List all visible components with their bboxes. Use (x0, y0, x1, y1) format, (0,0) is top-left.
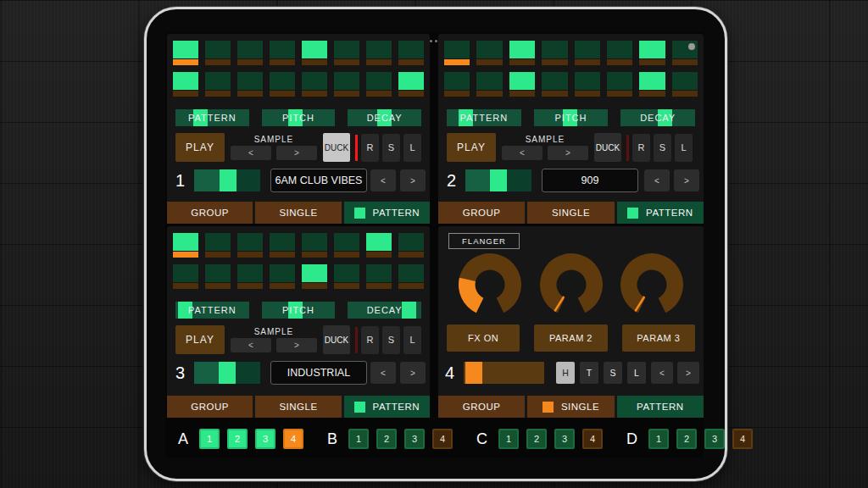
step-cell[interactable] (270, 72, 295, 97)
sample-prev-button[interactable]: < (231, 146, 271, 160)
next-button[interactable]: > (674, 169, 699, 191)
step-cell[interactable] (607, 41, 632, 65)
l-button[interactable]: L (627, 362, 646, 384)
pattern-slider-button[interactable]: PATTERN (175, 109, 249, 126)
step-cell[interactable] (270, 233, 295, 258)
s-button[interactable]: S (654, 134, 671, 162)
sample-name-display[interactable]: 6AM CLUB VIBES (270, 169, 367, 192)
sample-next-button[interactable]: > (276, 338, 317, 352)
fx-amount-knob[interactable] (457, 250, 523, 318)
step-cell[interactable] (366, 264, 392, 289)
step-cell[interactable] (302, 233, 327, 258)
pattern-button-b3[interactable]: 3 (404, 429, 425, 449)
group-mode-button[interactable]: GROUP (167, 202, 253, 224)
pattern-slider-button[interactable]: PATTERN (447, 109, 521, 126)
pitch-slider-button[interactable]: PITCH (262, 302, 336, 319)
play-button[interactable]: PLAY (175, 133, 225, 162)
step-cell[interactable] (542, 41, 567, 65)
single-mode-button[interactable]: SINGLE (527, 396, 614, 418)
step-cell[interactable] (398, 72, 424, 97)
pattern-button-a4[interactable]: 4 (283, 429, 303, 449)
step-cell[interactable] (639, 72, 665, 97)
t-button[interactable]: T (580, 362, 598, 384)
pattern-mode-button[interactable]: PATTERN (617, 202, 704, 224)
step-cell[interactable] (607, 72, 632, 97)
fx-name-display[interactable]: FLANGER (448, 233, 520, 249)
step-cell[interactable] (509, 72, 535, 97)
single-mode-button[interactable]: SINGLE (255, 396, 341, 418)
pattern-button-a2[interactable]: 2 (227, 429, 248, 449)
step-cell[interactable] (173, 72, 198, 97)
pattern-button-c4[interactable]: 4 (582, 429, 603, 449)
step-cell[interactable] (334, 233, 359, 258)
decay-slider-button[interactable]: DECAY (620, 109, 695, 126)
step-cell[interactable] (302, 264, 327, 289)
step-cell[interactable] (672, 41, 698, 65)
step-cell[interactable] (575, 72, 600, 97)
r-button[interactable]: R (361, 326, 379, 354)
r-button[interactable]: R (632, 134, 650, 162)
sample-prev-button[interactable]: < (231, 338, 271, 352)
step-cell[interactable] (334, 41, 359, 65)
next-button[interactable]: > (677, 362, 699, 384)
pattern-button-c3[interactable]: 3 (554, 429, 575, 449)
step-cell[interactable] (366, 233, 392, 258)
step-cell[interactable] (444, 41, 470, 65)
pattern-button-d2[interactable]: 2 (676, 429, 697, 449)
step-cell[interactable] (173, 41, 198, 65)
pitch-slider-button[interactable]: PITCH (534, 109, 609, 126)
step-cell[interactable] (476, 41, 502, 65)
step-cell[interactable] (173, 264, 198, 289)
step-cell[interactable] (205, 233, 231, 258)
step-cell[interactable] (302, 41, 327, 65)
pattern-button-a3[interactable]: 3 (255, 429, 275, 449)
l-button[interactable]: L (675, 134, 693, 162)
sample-name-display[interactable]: INDUSTRIAL (270, 361, 367, 385)
step-cell[interactable] (398, 41, 424, 65)
step-cell[interactable] (237, 233, 263, 258)
s-button[interactable]: S (604, 362, 622, 384)
s-button[interactable]: S (382, 326, 400, 354)
sample-next-button[interactable]: > (276, 146, 317, 160)
single-mode-button[interactable]: SINGLE (255, 202, 341, 224)
step-cell[interactable] (672, 72, 698, 97)
prev-button[interactable]: < (370, 169, 396, 191)
step-cell[interactable] (270, 41, 295, 65)
duck-button[interactable]: DUCK (594, 133, 621, 162)
volume-slider[interactable] (194, 169, 260, 191)
next-button[interactable]: > (400, 362, 426, 384)
step-cell[interactable] (398, 264, 424, 289)
group-mode-button[interactable]: GROUP (438, 202, 525, 224)
play-button[interactable]: PLAY (175, 325, 225, 354)
prev-button[interactable]: < (370, 362, 396, 384)
volume-slider[interactable] (465, 169, 531, 191)
pattern-mode-button[interactable]: PATTERN (617, 396, 704, 418)
param-2-button[interactable]: PARAM 2 (534, 324, 607, 352)
pattern-button-b2[interactable]: 2 (376, 429, 397, 449)
prev-button[interactable]: < (651, 362, 673, 384)
step-cell[interactable] (398, 233, 424, 258)
pattern-button-d1[interactable]: 1 (648, 429, 669, 449)
step-cell[interactable] (205, 264, 231, 289)
step-cell[interactable] (237, 264, 263, 289)
param-2-knob[interactable] (538, 250, 604, 318)
pattern-button-b1[interactable]: 1 (348, 429, 369, 449)
volume-slider[interactable] (194, 362, 260, 384)
pattern-slider-button[interactable]: PATTERN (175, 302, 249, 319)
fx-on-button[interactable]: FX ON (447, 324, 520, 352)
step-cell[interactable] (542, 72, 567, 97)
pattern-button-b4[interactable]: 4 (432, 429, 453, 449)
group-mode-button[interactable]: GROUP (438, 396, 525, 418)
sample-prev-button[interactable]: < (502, 146, 542, 160)
h-button[interactable]: H (556, 362, 575, 384)
duck-button[interactable]: DUCK (323, 133, 350, 162)
step-cell[interactable] (334, 264, 359, 289)
s-button[interactable]: S (382, 134, 400, 162)
step-cell[interactable] (334, 72, 359, 97)
pattern-mode-button[interactable]: PATTERN (344, 202, 430, 224)
pattern-button-c2[interactable]: 2 (526, 429, 547, 449)
step-cell[interactable] (205, 72, 231, 97)
pitch-slider-button[interactable]: PITCH (262, 109, 336, 126)
step-cell[interactable] (444, 72, 470, 97)
param-3-button[interactable]: PARAM 3 (622, 324, 695, 352)
